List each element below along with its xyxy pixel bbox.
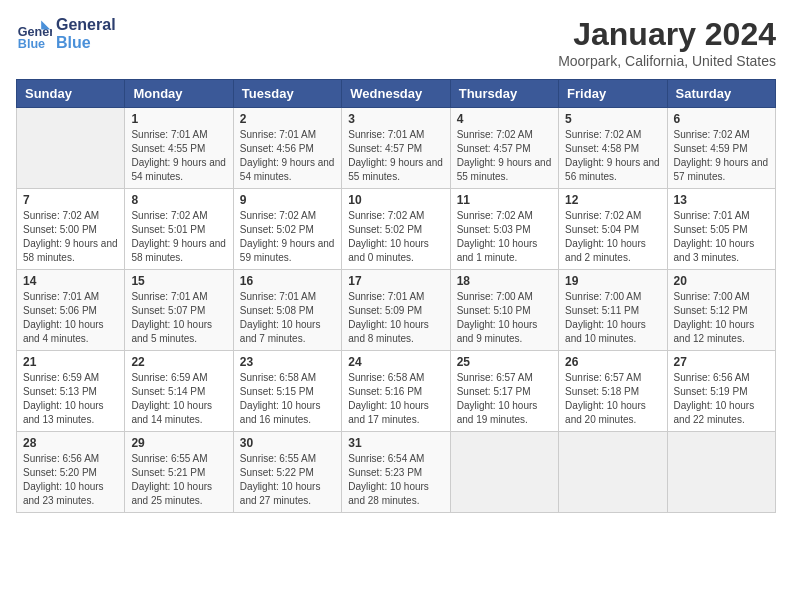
day-number: 11 xyxy=(457,193,552,207)
day-info: Sunrise: 6:56 AMSunset: 5:20 PMDaylight:… xyxy=(23,452,118,508)
calendar-cell: 26Sunrise: 6:57 AMSunset: 5:18 PMDayligh… xyxy=(559,351,667,432)
weekday-header-thursday: Thursday xyxy=(450,80,558,108)
calendar-cell: 7Sunrise: 7:02 AMSunset: 5:00 PMDaylight… xyxy=(17,189,125,270)
day-info: Sunrise: 7:02 AMSunset: 4:58 PMDaylight:… xyxy=(565,128,660,184)
calendar-cell: 18Sunrise: 7:00 AMSunset: 5:10 PMDayligh… xyxy=(450,270,558,351)
calendar-cell: 3Sunrise: 7:01 AMSunset: 4:57 PMDaylight… xyxy=(342,108,450,189)
month-title: January 2024 xyxy=(558,16,776,53)
weekday-header-sunday: Sunday xyxy=(17,80,125,108)
day-info: Sunrise: 7:01 AMSunset: 5:09 PMDaylight:… xyxy=(348,290,443,346)
page-header: General Blue General Blue January 2024 M… xyxy=(16,16,776,69)
calendar-cell: 14Sunrise: 7:01 AMSunset: 5:06 PMDayligh… xyxy=(17,270,125,351)
calendar-cell: 31Sunrise: 6:54 AMSunset: 5:23 PMDayligh… xyxy=(342,432,450,513)
day-info: Sunrise: 6:56 AMSunset: 5:19 PMDaylight:… xyxy=(674,371,769,427)
weekday-header-wednesday: Wednesday xyxy=(342,80,450,108)
day-number: 10 xyxy=(348,193,443,207)
day-info: Sunrise: 7:01 AMSunset: 5:07 PMDaylight:… xyxy=(131,290,226,346)
calendar-cell: 5Sunrise: 7:02 AMSunset: 4:58 PMDaylight… xyxy=(559,108,667,189)
calendar-week-row: 7Sunrise: 7:02 AMSunset: 5:00 PMDaylight… xyxy=(17,189,776,270)
calendar-cell: 1Sunrise: 7:01 AMSunset: 4:55 PMDaylight… xyxy=(125,108,233,189)
calendar-cell: 21Sunrise: 6:59 AMSunset: 5:13 PMDayligh… xyxy=(17,351,125,432)
day-info: Sunrise: 7:02 AMSunset: 4:57 PMDaylight:… xyxy=(457,128,552,184)
day-number: 23 xyxy=(240,355,335,369)
day-info: Sunrise: 6:57 AMSunset: 5:18 PMDaylight:… xyxy=(565,371,660,427)
day-number: 18 xyxy=(457,274,552,288)
day-info: Sunrise: 7:02 AMSunset: 5:02 PMDaylight:… xyxy=(348,209,443,265)
day-number: 17 xyxy=(348,274,443,288)
day-info: Sunrise: 7:02 AMSunset: 4:59 PMDaylight:… xyxy=(674,128,769,184)
day-info: Sunrise: 7:02 AMSunset: 5:04 PMDaylight:… xyxy=(565,209,660,265)
calendar-week-row: 28Sunrise: 6:56 AMSunset: 5:20 PMDayligh… xyxy=(17,432,776,513)
calendar-cell: 6Sunrise: 7:02 AMSunset: 4:59 PMDaylight… xyxy=(667,108,775,189)
day-info: Sunrise: 6:55 AMSunset: 5:21 PMDaylight:… xyxy=(131,452,226,508)
day-info: Sunrise: 6:58 AMSunset: 5:16 PMDaylight:… xyxy=(348,371,443,427)
calendar-cell: 27Sunrise: 6:56 AMSunset: 5:19 PMDayligh… xyxy=(667,351,775,432)
weekday-header-saturday: Saturday xyxy=(667,80,775,108)
day-number: 22 xyxy=(131,355,226,369)
calendar-cell xyxy=(559,432,667,513)
calendar-cell: 9Sunrise: 7:02 AMSunset: 5:02 PMDaylight… xyxy=(233,189,341,270)
day-info: Sunrise: 7:02 AMSunset: 5:01 PMDaylight:… xyxy=(131,209,226,265)
day-number: 28 xyxy=(23,436,118,450)
calendar-cell: 22Sunrise: 6:59 AMSunset: 5:14 PMDayligh… xyxy=(125,351,233,432)
day-number: 4 xyxy=(457,112,552,126)
calendar-cell: 16Sunrise: 7:01 AMSunset: 5:08 PMDayligh… xyxy=(233,270,341,351)
calendar-cell: 11Sunrise: 7:02 AMSunset: 5:03 PMDayligh… xyxy=(450,189,558,270)
day-number: 16 xyxy=(240,274,335,288)
calendar-cell: 20Sunrise: 7:00 AMSunset: 5:12 PMDayligh… xyxy=(667,270,775,351)
day-info: Sunrise: 6:59 AMSunset: 5:13 PMDaylight:… xyxy=(23,371,118,427)
weekday-header-monday: Monday xyxy=(125,80,233,108)
day-number: 25 xyxy=(457,355,552,369)
day-info: Sunrise: 6:57 AMSunset: 5:17 PMDaylight:… xyxy=(457,371,552,427)
location-text: Moorpark, California, United States xyxy=(558,53,776,69)
calendar-week-row: 21Sunrise: 6:59 AMSunset: 5:13 PMDayligh… xyxy=(17,351,776,432)
day-info: Sunrise: 7:01 AMSunset: 4:55 PMDaylight:… xyxy=(131,128,226,184)
calendar-cell: 19Sunrise: 7:00 AMSunset: 5:11 PMDayligh… xyxy=(559,270,667,351)
day-info: Sunrise: 6:58 AMSunset: 5:15 PMDaylight:… xyxy=(240,371,335,427)
day-number: 15 xyxy=(131,274,226,288)
calendar-week-row: 14Sunrise: 7:01 AMSunset: 5:06 PMDayligh… xyxy=(17,270,776,351)
calendar-cell: 24Sunrise: 6:58 AMSunset: 5:16 PMDayligh… xyxy=(342,351,450,432)
calendar-cell: 17Sunrise: 7:01 AMSunset: 5:09 PMDayligh… xyxy=(342,270,450,351)
day-info: Sunrise: 7:01 AMSunset: 5:06 PMDaylight:… xyxy=(23,290,118,346)
title-block: January 2024 Moorpark, California, Unite… xyxy=(558,16,776,69)
calendar-cell: 29Sunrise: 6:55 AMSunset: 5:21 PMDayligh… xyxy=(125,432,233,513)
logo-blue-text: Blue xyxy=(56,34,116,52)
day-number: 30 xyxy=(240,436,335,450)
weekday-header-row: SundayMondayTuesdayWednesdayThursdayFrid… xyxy=(17,80,776,108)
day-number: 9 xyxy=(240,193,335,207)
calendar-cell: 8Sunrise: 7:02 AMSunset: 5:01 PMDaylight… xyxy=(125,189,233,270)
day-number: 3 xyxy=(348,112,443,126)
day-number: 2 xyxy=(240,112,335,126)
calendar-cell: 28Sunrise: 6:56 AMSunset: 5:20 PMDayligh… xyxy=(17,432,125,513)
logo: General Blue General Blue xyxy=(16,16,116,52)
day-number: 12 xyxy=(565,193,660,207)
svg-text:Blue: Blue xyxy=(18,37,45,51)
day-info: Sunrise: 7:02 AMSunset: 5:02 PMDaylight:… xyxy=(240,209,335,265)
calendar-cell: 30Sunrise: 6:55 AMSunset: 5:22 PMDayligh… xyxy=(233,432,341,513)
calendar-cell: 15Sunrise: 7:01 AMSunset: 5:07 PMDayligh… xyxy=(125,270,233,351)
day-number: 26 xyxy=(565,355,660,369)
day-info: Sunrise: 7:00 AMSunset: 5:10 PMDaylight:… xyxy=(457,290,552,346)
day-number: 24 xyxy=(348,355,443,369)
calendar-cell: 23Sunrise: 6:58 AMSunset: 5:15 PMDayligh… xyxy=(233,351,341,432)
weekday-header-friday: Friday xyxy=(559,80,667,108)
day-info: Sunrise: 6:55 AMSunset: 5:22 PMDaylight:… xyxy=(240,452,335,508)
day-info: Sunrise: 7:01 AMSunset: 4:57 PMDaylight:… xyxy=(348,128,443,184)
day-number: 8 xyxy=(131,193,226,207)
day-number: 1 xyxy=(131,112,226,126)
day-number: 20 xyxy=(674,274,769,288)
day-number: 27 xyxy=(674,355,769,369)
day-number: 6 xyxy=(674,112,769,126)
calendar-cell xyxy=(450,432,558,513)
day-number: 31 xyxy=(348,436,443,450)
day-info: Sunrise: 7:02 AMSunset: 5:03 PMDaylight:… xyxy=(457,209,552,265)
calendar-cell xyxy=(17,108,125,189)
day-info: Sunrise: 7:01 AMSunset: 5:05 PMDaylight:… xyxy=(674,209,769,265)
day-info: Sunrise: 6:59 AMSunset: 5:14 PMDaylight:… xyxy=(131,371,226,427)
calendar-cell xyxy=(667,432,775,513)
calendar-cell: 2Sunrise: 7:01 AMSunset: 4:56 PMDaylight… xyxy=(233,108,341,189)
logo-icon: General Blue xyxy=(16,16,52,52)
day-number: 5 xyxy=(565,112,660,126)
calendar-cell: 10Sunrise: 7:02 AMSunset: 5:02 PMDayligh… xyxy=(342,189,450,270)
